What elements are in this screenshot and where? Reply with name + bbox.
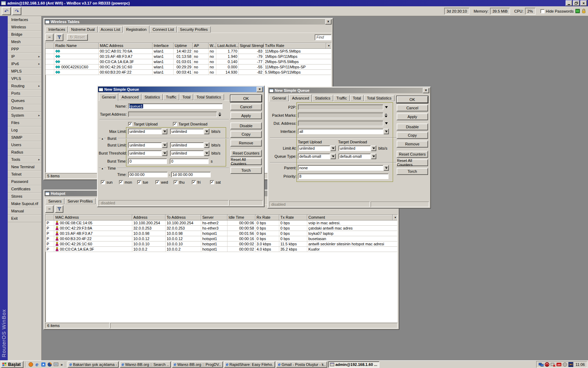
table-row[interactable]: 00:1C:A8:01:70:6Awlan114:40:22nono1.770-…	[46, 49, 331, 54]
wireless-tab-security-profiles[interactable]: Security Profiles	[177, 26, 210, 33]
start-button[interactable]: Başlat	[1, 361, 23, 368]
column-options-button[interactable]: ▼	[393, 215, 398, 220]
burst-limit-download-dropdown[interactable]	[204, 142, 209, 148]
queue-advanced-copy-button[interactable]: Copy	[397, 132, 428, 139]
sidebar-item-telnet[interactable]: Telnet	[8, 171, 41, 178]
column-header-server[interactable]: Server	[201, 215, 227, 220]
queue-advanced-disable-button[interactable]: Disable	[397, 123, 428, 130]
queue-advanced-tab-advanced[interactable]: Advanced	[289, 94, 312, 102]
burst-limit-upload-combo[interactable]: unlimited	[128, 142, 162, 148]
wireless-tab-connect-list[interactable]: Connect List	[150, 26, 177, 33]
table-row[interactable]: P00:60:B3:20:4F:2210.0.0.1210.0.0.12hots…	[46, 236, 397, 241]
max-limit-download-combo[interactable]: unlimited	[170, 129, 204, 134]
column-header-ap[interactable]: AP	[193, 43, 209, 49]
sidebar-item-log[interactable]: Log	[8, 127, 41, 134]
table-row[interactable]: P00:0C:42:29:F3:8A32.0.0.25332.0.0.253hs…	[46, 226, 397, 231]
queue-advanced-tab-total[interactable]: Total	[350, 95, 364, 101]
limit-at-download-dropdown[interactable]	[371, 145, 376, 151]
sidebar-item-tools[interactable]: Tools▸	[8, 156, 41, 163]
hotspot-tab-server-profiles[interactable]: Server Profiles	[65, 198, 96, 204]
table-row[interactable]: P00:0E:08:CE:14:0510.100.200.25410.100.2…	[46, 220, 397, 226]
packet-marks-spinner[interactable]	[384, 113, 388, 117]
sidebar-item-password[interactable]: Password	[8, 178, 41, 185]
wireless-tab-nstreme-dual[interactable]: Nstreme Dual	[68, 26, 97, 33]
column-header-rx-rate[interactable]: Rx Rate	[255, 215, 279, 220]
column-options-button[interactable]: ▼	[326, 43, 331, 49]
target-address-spinner[interactable]	[218, 112, 222, 116]
queue-general-tab-traffic[interactable]: Traffic	[163, 94, 179, 100]
table-row[interactable]: P00:0C:42:26:1C:6010.0.0.1010.0.0.10hots…	[46, 241, 397, 247]
window-titlebar[interactable]: Wireless Tables ×	[44, 19, 332, 25]
tray-volume-icon[interactable]	[562, 362, 567, 367]
taskbar-item-warez-bb-org-search[interactable]: eWarez-BB.org :: Search ...	[120, 361, 171, 368]
column-header-selector[interactable]	[46, 215, 54, 220]
target-download-checkbox[interactable]: ✔	[173, 122, 177, 126]
burst-threshold-download-dropdown[interactable]	[204, 150, 209, 156]
taskbar-item-admin-192-168-1-60[interactable]: admin@192.168.1.60 ...	[328, 361, 379, 368]
quicklaunch-overflow-chevron[interactable]: »	[61, 362, 63, 367]
app-titlebar[interactable]: admin@192.168.1.60 (Ant Wifi) - WinBox v…	[0, 0, 588, 6]
dropdown-arrow-icon[interactable]	[385, 122, 388, 124]
dialog-titlebar[interactable]: New Simple Queue ×	[98, 87, 264, 92]
limit-at-download-combo[interactable]: unlimited	[338, 145, 371, 151]
burst-limit-upload-dropdown[interactable]	[162, 142, 167, 148]
queue-advanced-tab-total-statistics[interactable]: Total Statistics	[364, 95, 394, 101]
p2p-input[interactable]	[298, 104, 383, 110]
queue-advanced-cancel-button[interactable]: Cancel	[397, 104, 428, 111]
day-thu-checkbox[interactable]: ✔	[174, 180, 178, 184]
queue-type-upload-dropdown[interactable]	[330, 154, 336, 159]
burst-threshold-upload-dropdown[interactable]	[162, 150, 167, 156]
sidebar-item-new-terminal[interactable]: New Terminal	[8, 163, 41, 171]
day-tue-checkbox[interactable]: ✔	[137, 180, 141, 184]
sidebar-item-drivers[interactable]: Drivers	[8, 104, 41, 112]
sidebar-item-stores[interactable]: Stores	[8, 193, 41, 200]
taskbar-item-gmail-posta-olu-tur-k[interactable]: eGmail - Posta Oluştur - k...	[276, 361, 327, 368]
sidebar-item-mpls[interactable]: MPLS	[8, 68, 41, 75]
wireless-tab-interfaces[interactable]: Interfaces	[46, 26, 68, 33]
sidebar-item-certificates[interactable]: Certificates	[8, 185, 41, 193]
sidebar-item-bridge[interactable]: Bridge	[8, 31, 41, 38]
taskbar-item-rapidshare-easy-fileho[interactable]: eRapidShare: Easy Fileho...	[224, 361, 275, 368]
quicklaunch-messenger-icon[interactable]	[40, 361, 46, 367]
queue-general-cancel-button[interactable]: Cancel	[230, 103, 262, 110]
column-header-last-activit[interactable]: Last Activit...	[216, 43, 239, 49]
day-fri-checkbox[interactable]: ✔	[192, 180, 196, 184]
column-header-mac-address[interactable]: MAC Address	[99, 43, 153, 49]
queue-general-copy-button[interactable]: Copy	[230, 131, 262, 138]
close-button[interactable]: ×	[257, 87, 263, 92]
reset-button[interactable]: ↻ Reset	[67, 34, 88, 41]
quicklaunch-internet-explorer-icon[interactable]: e	[34, 361, 40, 367]
packet-marks-input[interactable]	[298, 113, 383, 118]
filter-button[interactable]	[55, 205, 63, 213]
column-header-tx-rx-rate[interactable]: Tx/Rx Rate	[264, 43, 326, 49]
column-header-idle-time[interactable]: Idle Time	[227, 215, 255, 220]
max-limit-upload-dropdown[interactable]	[162, 129, 167, 134]
dropdown-arrow-icon[interactable]	[385, 106, 388, 108]
filter-button[interactable]	[55, 34, 63, 41]
max-limit-download-dropdown[interactable]	[204, 129, 209, 134]
sidebar-item-queues[interactable]: Queues	[8, 97, 41, 104]
tray-security-icon[interactable]	[545, 362, 550, 367]
undo-button[interactable]: ↶	[2, 7, 11, 15]
parent-dropdown[interactable]	[384, 165, 389, 171]
wireless-tab-access-list[interactable]: Access List	[98, 26, 123, 33]
sidebar-item-make-supout-rif[interactable]: Make Supout.rif	[8, 200, 41, 207]
queue-general-disable-button[interactable]: Disable	[230, 122, 262, 129]
sidebar-item-routing[interactable]: Routing▸	[8, 82, 41, 90]
hide-passwords-checkbox[interactable]	[540, 9, 545, 13]
column-header-uptime[interactable]: Uptime	[174, 43, 193, 49]
target-upload-checkbox[interactable]: ✔	[128, 122, 132, 126]
queue-general-tab-total-statistics[interactable]: Total Statistics	[194, 94, 224, 100]
queue-general-tab-advanced[interactable]: Advanced	[119, 94, 141, 100]
queue-advanced-torch-button[interactable]: Torch	[397, 168, 428, 175]
sidebar-item-vpls[interactable]: VPLS	[8, 75, 41, 82]
quicklaunch-orange-app-icon[interactable]	[28, 361, 34, 367]
queue-advanced-reset-all-counters-button[interactable]: Reset All Counters	[397, 159, 428, 166]
queue-advanced-reset-counters-button[interactable]: Reset Counters	[397, 151, 428, 158]
name-input[interactable]: queue1	[128, 103, 223, 109]
minimize-button[interactable]	[566, 0, 572, 6]
time-from-input[interactable]: 00:00:00	[128, 172, 168, 177]
limit-at-upload-dropdown[interactable]	[330, 145, 336, 151]
queue-advanced-apply-button[interactable]: Apply	[397, 113, 428, 120]
quicklaunch-show-desktop-icon[interactable]	[53, 361, 59, 367]
